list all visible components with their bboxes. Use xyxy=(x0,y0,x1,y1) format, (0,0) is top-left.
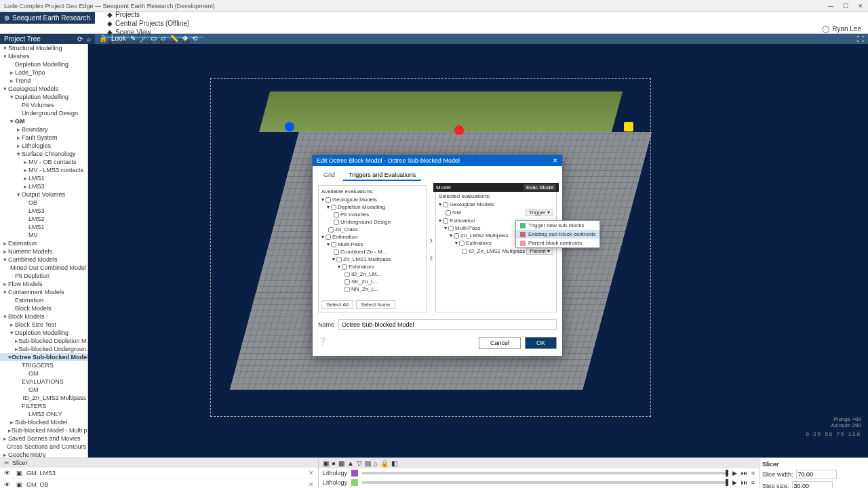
tab-projects[interactable]: ◆ Projects xyxy=(102,10,203,19)
opacity-slider-2[interactable] xyxy=(362,481,728,484)
tree-item[interactable]: Mined Out Combined Model xyxy=(0,264,87,272)
eval-tree-item[interactable]: Underground Design xyxy=(321,218,423,226)
tree-item[interactable]: ▸Sub-blocked Model - Multi pass xyxy=(0,426,87,434)
tree-item[interactable]: LMS1 xyxy=(0,223,87,231)
tree-item[interactable]: ID_Zn_LMS2 Multipass xyxy=(0,394,87,402)
tree-item[interactable]: Pit Volumes xyxy=(0,101,87,109)
eval-tree-item[interactable]: NN_Zn_L... xyxy=(321,285,423,293)
selected-tree[interactable]: ▾Geological ModelsGMTrigger ▾▾Estimation… xyxy=(436,201,556,302)
tree-item[interactable]: ▾Output Volumes xyxy=(0,190,87,199)
tree-item[interactable]: MV xyxy=(0,231,87,239)
play-icon-2[interactable]: ▶ xyxy=(732,479,737,486)
tree-item[interactable]: ▸Block Size Test xyxy=(0,321,87,329)
tree-item[interactable]: ▸Saved Scenes and Movies xyxy=(0,434,87,443)
tree-item[interactable]: ▸Sub-blocked Model xyxy=(0,418,87,426)
tree-item[interactable]: ▾Block Models xyxy=(0,312,87,321)
move-left-icon[interactable]: ‹ xyxy=(429,252,433,263)
list-icon-2[interactable]: ≡ xyxy=(751,479,755,486)
eval-tree-item[interactable]: Pit Volumes xyxy=(321,211,423,218)
eval-tree-item[interactable]: ▾Zn_LMS1 Multipass xyxy=(321,256,423,263)
step-size-input[interactable] xyxy=(792,481,833,488)
tree-item[interactable]: Estimation xyxy=(0,296,87,304)
home-icon[interactable]: ⌂ xyxy=(374,460,378,467)
ok-button[interactable]: OK xyxy=(525,337,557,349)
remove-icon[interactable]: ✕ xyxy=(309,470,314,476)
tree-item[interactable]: ▾Depletion Modelling xyxy=(0,93,87,101)
tree-item[interactable]: ▸Geochemistry xyxy=(0,451,87,458)
close-icon[interactable]: ✕ xyxy=(857,3,864,9)
eval-mode-button[interactable]: Parent ▾ xyxy=(526,247,553,255)
select-all-button[interactable]: Select All xyxy=(321,300,353,309)
colour-swatch-2[interactable] xyxy=(351,479,358,486)
tree-item[interactable]: Pit Depletion xyxy=(0,272,87,280)
tree-item[interactable]: ▸Lode_Topo xyxy=(0,68,87,77)
dialog-close-icon[interactable]: ✕ xyxy=(553,157,558,164)
cube-icon[interactable]: ▣ xyxy=(323,460,329,467)
tree-item[interactable]: ▸Fault System xyxy=(0,134,87,142)
opacity-slider[interactable] xyxy=(362,472,728,474)
tab-central-projects-offline-[interactable]: ◆ Central Projects (Offline) xyxy=(102,19,203,28)
mode-option-trigger[interactable]: Trigger new sub-blocks xyxy=(516,221,599,230)
mesh-icon[interactable]: ▦ xyxy=(338,460,344,467)
select-none-button[interactable]: Select None xyxy=(356,300,395,309)
tree-item[interactable]: ▾GM xyxy=(0,117,87,125)
dialog-tab-triggers[interactable]: Triggers and Evaluations xyxy=(343,170,421,181)
skip-icon-2[interactable]: ⏭ xyxy=(741,479,747,486)
tree-item[interactable]: ▾Combined Models xyxy=(0,256,87,264)
tree-item[interactable]: Cross Sections and Contours xyxy=(0,443,87,451)
tree-item[interactable]: LMS2 ONLY xyxy=(0,410,87,418)
tree-item[interactable]: ▸LMS3 xyxy=(0,182,87,190)
axis-handle-y[interactable] xyxy=(454,125,464,135)
axis-handle-z[interactable] xyxy=(624,122,633,131)
tree-item[interactable]: Depletion Modelling xyxy=(0,60,87,68)
tree-item[interactable]: ▸Lithologies xyxy=(0,142,87,150)
scene-list-item[interactable]: 👁▣GM: LMS3✕ xyxy=(0,468,318,479)
list-icon[interactable]: ≡ xyxy=(751,470,755,476)
tree-item[interactable]: ▸Numeric Models xyxy=(0,247,87,256)
slice-width-input[interactable] xyxy=(796,470,837,479)
minimize-icon[interactable]: — xyxy=(827,3,834,9)
tool-ruler-icon[interactable]: 📏 xyxy=(170,35,178,44)
tree-item[interactable]: ▸Trend xyxy=(0,77,87,85)
tree-item[interactable]: ▾Surface Chronology xyxy=(0,150,87,158)
cancel-button[interactable]: Cancel xyxy=(479,337,521,349)
tree-item[interactable]: ▾Depletion Modelling xyxy=(0,329,87,337)
tree-item[interactable]: ▸Sub-blocked Depletion M... xyxy=(0,337,87,345)
tool-rotate-icon[interactable]: ⟲ xyxy=(192,35,197,44)
axis-handle-x[interactable] xyxy=(285,122,294,131)
tree-item[interactable]: GM xyxy=(0,369,87,378)
tree-item[interactable]: ▾Contaminant Models xyxy=(0,288,87,296)
eval-tree-item[interactable]: GMTrigger ▾ xyxy=(439,208,553,217)
eval-mode-dropdown[interactable]: Trigger new sub-blocks Existing sub-bloc… xyxy=(515,220,600,248)
project-tree[interactable]: ▾Structural Modelling▾MeshesDepletion Mo… xyxy=(0,44,88,458)
eval-tree-item[interactable]: ▾Geological Models xyxy=(321,196,423,203)
mode-option-existing[interactable]: Existing sub-block centroids xyxy=(516,230,599,239)
tree-item[interactable]: ▸Flow Models xyxy=(0,280,87,288)
help-icon[interactable]: ❔ xyxy=(318,337,328,349)
tree-item[interactable]: ▾Geological Models xyxy=(0,85,87,93)
tree-item[interactable]: ▾Structural Modelling xyxy=(0,44,87,52)
tree-item[interactable]: FILTERS xyxy=(0,402,87,410)
surface-icon[interactable]: ▲ xyxy=(347,460,354,467)
wire-icon[interactable]: ▽ xyxy=(357,460,362,467)
tree-item[interactable]: ▾Meshes xyxy=(0,52,87,60)
scene-list-item[interactable]: 👁▣GM: OB✕ xyxy=(0,479,318,488)
tree-item[interactable]: ▸Boundary xyxy=(0,125,87,134)
expand-icon[interactable]: ⛶ xyxy=(853,35,868,43)
tree-item[interactable]: Block Models xyxy=(0,304,87,312)
eval-tree-item[interactable]: ▾Geological Models xyxy=(439,201,553,208)
tree-item[interactable]: Underground Design xyxy=(0,109,87,117)
tool-move-icon[interactable]: ✥ xyxy=(182,35,188,44)
tool-brush-icon[interactable]: ✎ xyxy=(130,35,136,44)
eval-tree-item[interactable]: ID_Zn_LM... xyxy=(321,270,423,278)
skip-icon[interactable]: ⏭ xyxy=(741,470,747,476)
user-avatar-icon[interactable]: ◯ xyxy=(822,25,829,33)
tool-plane-icon[interactable]: ▱ xyxy=(161,35,166,44)
visibility-icon[interactable]: 👁 xyxy=(4,481,12,488)
sphere-icon[interactable]: ● xyxy=(332,460,336,467)
tree-item[interactable]: GM xyxy=(0,386,87,394)
visibility-icon[interactable]: 👁 xyxy=(4,470,12,476)
tree-item[interactable]: EVALUATIONS xyxy=(0,378,87,386)
mode-option-parent[interactable]: Parent block centroids xyxy=(516,239,599,247)
tree-item[interactable]: TRIGGERS xyxy=(0,361,87,369)
